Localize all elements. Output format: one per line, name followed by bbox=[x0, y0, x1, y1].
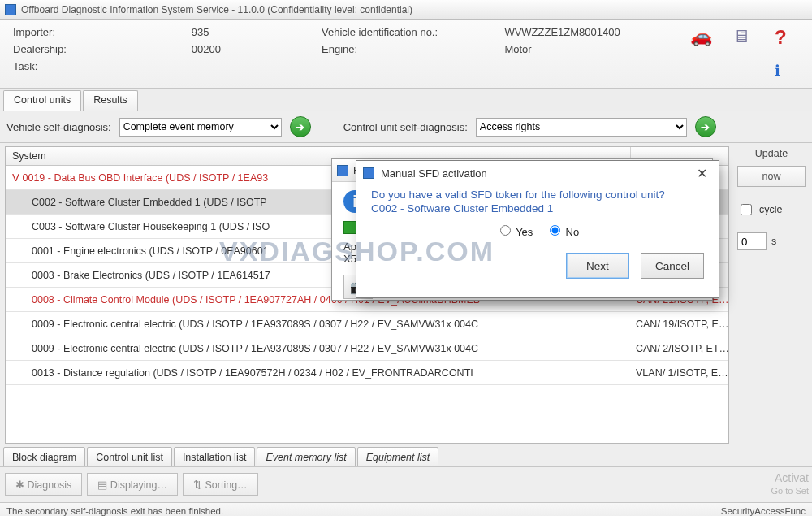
table-row[interactable]: 0009 - Electronic central electric (UDS … bbox=[6, 312, 728, 336]
activate-windows-hint: ActivatGo to Set bbox=[771, 472, 809, 497]
cu-self-diagnosis-select[interactable]: Access rights bbox=[476, 118, 687, 137]
status-left: The secondary self-diagnosis exit has be… bbox=[6, 506, 223, 516]
main-tabs: Control units Results bbox=[0, 89, 812, 111]
btab-control-unit-list[interactable]: Control unit list bbox=[87, 447, 172, 466]
dealership-label: Dealership: bbox=[13, 43, 167, 55]
cu-go-button[interactable]: ➔ bbox=[695, 116, 716, 137]
vehicle-self-diagnosis-select[interactable]: Complete event memory bbox=[119, 118, 282, 137]
radio-yes[interactable]: Yes bbox=[496, 226, 533, 238]
engine-value: Motor bbox=[504, 43, 663, 55]
dealership-value: 00200 bbox=[192, 43, 322, 55]
radio-no[interactable]: No bbox=[546, 226, 579, 238]
row-system: 0009 - Electronic central electric (UDS … bbox=[6, 343, 631, 354]
title-bar: Offboard Diagnostic Information System S… bbox=[0, 0, 812, 20]
status-bar: The secondary self-diagnosis exit has be… bbox=[0, 502, 812, 516]
dialog-app-icon bbox=[363, 167, 374, 179]
bg-dialog-app-icon bbox=[337, 165, 348, 176]
vin-label: Vehicle identification no.: bbox=[322, 26, 480, 38]
diagnosis-button[interactable]: ✱ Diagnosis bbox=[5, 473, 82, 496]
app-icon bbox=[5, 4, 16, 15]
row-system: 0013 - Distance regulation (UDS / ISOTP … bbox=[6, 367, 631, 379]
cycle-seconds-suffix: s bbox=[771, 236, 776, 247]
bottom-tabs: Block diagram Control unit list Installa… bbox=[0, 444, 812, 466]
cycle-value-input[interactable] bbox=[737, 232, 767, 250]
header-panel: Importer: 935 Dealership: 00200 Task: — … bbox=[0, 20, 812, 89]
help-icon[interactable]: ? bbox=[775, 26, 799, 44]
btab-equipment-list[interactable]: Equipment list bbox=[357, 447, 439, 466]
displaying-button[interactable]: ▤ Displaying… bbox=[87, 473, 178, 496]
dialog-question: Do you have a valid SFD token for the fo… bbox=[371, 189, 704, 201]
sorting-button[interactable]: ⇅ Sorting… bbox=[183, 473, 258, 496]
vehicle-self-diagnosis-label: Vehicle self-diagnosis: bbox=[6, 121, 111, 133]
task-label: Task: bbox=[13, 60, 167, 72]
table-row[interactable]: 0009 - Electronic central electric (UDS … bbox=[6, 336, 728, 361]
importer-label: Importer: bbox=[13, 26, 167, 38]
cancel-button[interactable]: Cancel bbox=[641, 253, 704, 279]
next-button[interactable]: Next bbox=[566, 253, 629, 279]
importer-value: 935 bbox=[192, 26, 322, 38]
manual-sfd-dialog: Manual SFD activation ✕ Do you have a va… bbox=[356, 160, 719, 298]
footer-buttons: ✱ Diagnosis ▤ Displaying… ⇅ Sorting… Act… bbox=[0, 466, 812, 502]
cycle-label: cycle bbox=[759, 204, 782, 215]
vehicle-go-button[interactable]: ➔ bbox=[290, 116, 311, 137]
row-tail: CAN/ 19/ISOTP, E… bbox=[631, 319, 728, 330]
cu-self-diagnosis-label: Control unit self-diagnosis: bbox=[343, 121, 468, 133]
engine-label: Engine: bbox=[322, 43, 480, 55]
tab-results[interactable]: Results bbox=[83, 90, 138, 111]
row-tail: VLAN/ 1/ISOTP, E… bbox=[631, 367, 728, 379]
dialog-title: Manual SFD activation bbox=[381, 167, 487, 180]
dialog-cu-name: C002 - Software Cluster Embedded 1 bbox=[371, 202, 704, 215]
task-value: — bbox=[192, 60, 322, 72]
btab-block-diagram[interactable]: Block diagram bbox=[3, 447, 85, 466]
row-tail: CAN/ 2/ISOTP, ET… bbox=[631, 343, 728, 354]
server-icon[interactable]: 🖥 bbox=[732, 26, 757, 44]
update-label: Update bbox=[737, 148, 806, 159]
info-icon[interactable]: ℹ bbox=[775, 62, 799, 80]
table-row[interactable]: 0013 - Distance regulation (UDS / ISOTP … bbox=[6, 361, 728, 385]
vin-value: WVWZZZE1ZM8001400 bbox=[504, 26, 663, 38]
window-title: Offboard Diagnostic Information System S… bbox=[21, 4, 412, 15]
btab-installation-list[interactable]: Installation list bbox=[174, 447, 256, 466]
side-panel: Update now cycle s bbox=[734, 143, 812, 444]
row-system: 0009 - Electronic central electric (UDS … bbox=[6, 319, 631, 330]
btab-event-memory-list[interactable]: Event memory list bbox=[257, 447, 355, 466]
status-right: SecurityAccessFunc bbox=[721, 506, 806, 516]
diagnosis-toolbar: Vehicle self-diagnosis: Complete event m… bbox=[0, 111, 812, 143]
update-now-button[interactable]: now bbox=[737, 166, 806, 187]
close-icon[interactable]: ✕ bbox=[692, 166, 712, 181]
tab-control-units[interactable]: Control units bbox=[3, 90, 81, 111]
vehicle-icon[interactable]: 🚗 bbox=[690, 26, 715, 44]
cycle-checkbox[interactable] bbox=[741, 204, 752, 215]
